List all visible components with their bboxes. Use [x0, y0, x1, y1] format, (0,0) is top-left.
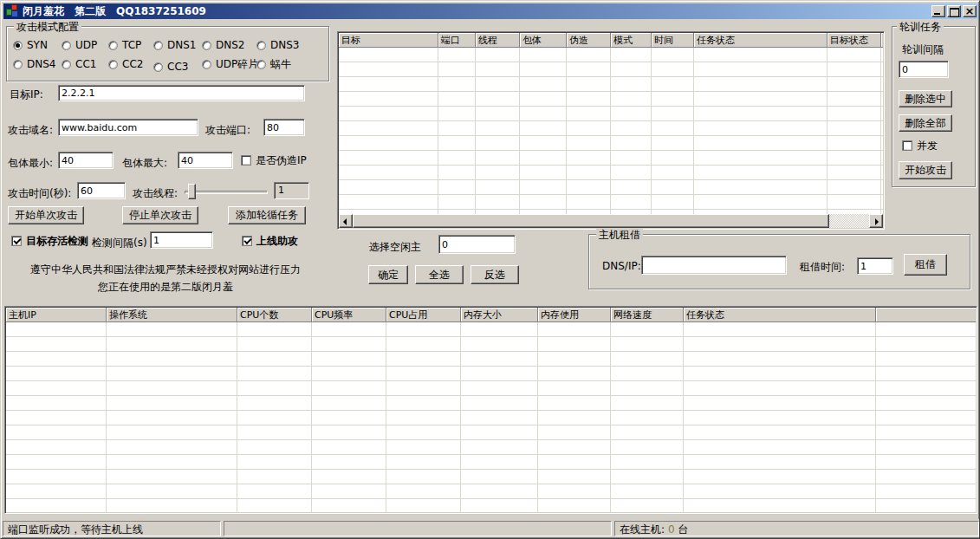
column-header-filler — [876, 308, 976, 322]
column-header-task-status[interactable]: 任务状态 — [694, 33, 827, 48]
delete-selected-button[interactable]: 删除选中 — [899, 90, 952, 107]
arrow-right-icon[interactable] — [869, 214, 883, 228]
start-attack-button[interactable]: 开始攻击 — [899, 161, 952, 179]
attack-domain-input[interactable] — [58, 119, 198, 136]
column-header-net-speed[interactable]: 网络速度 — [611, 308, 684, 322]
radio-mode-snail[interactable]: 蜗牛 — [256, 58, 291, 70]
radio-icon — [153, 62, 163, 72]
task-table-header: 目标 端口 线程 包体 伪造 模式 时间 任务状态 目标状态 — [339, 33, 883, 48]
stop-single-attack-button[interactable]: 停止单次攻击 — [122, 206, 198, 224]
radio-mode-cc3[interactable]: CC3 — [153, 61, 188, 73]
attack-port-input[interactable] — [263, 119, 305, 136]
target-ip-input[interactable] — [58, 85, 305, 101]
close-icon[interactable] — [963, 5, 977, 17]
radio-mode-udp-fragment[interactable]: UDP碎片 — [202, 58, 258, 70]
radio-mode-dns1[interactable]: DNS1 — [153, 39, 196, 51]
concurrent-checkbox[interactable]: 并发 — [902, 140, 938, 152]
fake-ip-checkbox[interactable]: 是否伪造IP — [241, 154, 307, 166]
online-assist-checkbox[interactable]: 上线助攻 — [242, 235, 298, 247]
dns-ip-label: DNS/IP: — [602, 260, 641, 272]
radio-mode-cc1[interactable]: CC1 — [62, 58, 96, 70]
host-table-header: 主机IP 操作系统 CPU个数 CPU频率 CPU占用 内存大小 内存使用 网络… — [6, 308, 976, 322]
radio-mode-syn[interactable]: SYN — [13, 39, 48, 51]
select-idle-host-label: 选择空闲主 — [369, 240, 421, 255]
threads-slider-track[interactable] — [185, 191, 268, 194]
column-header-mem-usage[interactable]: 内存使用 — [538, 308, 611, 322]
online-hosts-unit: 台 — [678, 523, 688, 536]
radio-label: SYN — [27, 39, 48, 51]
column-header-task-status[interactable]: 任务状态 — [684, 308, 876, 322]
rent-button[interactable]: 租借 — [904, 254, 947, 276]
column-header-target-status[interactable]: 目标状态 — [827, 33, 881, 48]
column-header-host-ip[interactable]: 主机IP — [6, 308, 107, 322]
host-table-body[interactable] — [6, 322, 976, 512]
task-table-body[interactable] — [339, 48, 883, 214]
select-idle-host-input[interactable] — [438, 235, 516, 254]
column-header-packet[interactable]: 包体 — [520, 33, 567, 48]
column-header-target[interactable]: 目标 — [339, 33, 438, 48]
loop-interval-label: 轮训间隔 — [902, 42, 944, 57]
title-bar: 闭月羞花 第二版 QQ1837251609 — [3, 3, 978, 19]
attack-time-input[interactable] — [77, 182, 126, 199]
column-header-mode[interactable]: 模式 — [611, 33, 652, 48]
invert-selection-button[interactable]: 反选 — [471, 265, 519, 284]
attack-mode-groupbox: 攻击模式配置 — [6, 26, 329, 81]
radio-mode-dns3[interactable]: DNS3 — [256, 39, 299, 51]
packet-min-input[interactable] — [58, 152, 114, 169]
checkbox-label: 是否伪造IP — [256, 153, 307, 168]
column-header-os[interactable]: 操作系统 — [107, 308, 237, 322]
online-hosts-count: 0 — [668, 523, 675, 536]
threads-value-box: 1 — [274, 182, 309, 199]
radio-label: DNS2 — [216, 39, 244, 51]
checkbox-label: 上线助攻 — [256, 234, 298, 249]
legal-warning-line1: 遵守中华人民共和国法律法规严禁未经授权对网站进行压力 — [1, 263, 330, 277]
radio-mode-cc2[interactable]: CC2 — [108, 58, 143, 70]
checkbox-label: 目标存活检测 — [26, 234, 88, 249]
scrollbar-thumb[interactable] — [353, 214, 829, 228]
loop-interval-input[interactable] — [899, 61, 949, 78]
rental-time-label: 租借时间: — [800, 260, 845, 275]
status-online-hosts: 在线主机: 0 台 — [614, 521, 979, 536]
start-single-attack-button[interactable]: 开始单次攻击 — [8, 206, 84, 224]
online-hosts-label: 在线主机: — [620, 523, 665, 536]
column-header-cpu-usage[interactable]: CPU占用 — [386, 308, 461, 322]
checkbox-icon — [902, 140, 912, 151]
check-interval-label: 检测间隔(s) — [92, 236, 147, 250]
radio-mode-udp[interactable]: UDP — [62, 39, 97, 51]
checkbox-icon — [11, 236, 22, 246]
minimize-icon[interactable] — [931, 5, 945, 17]
radio-label: UDP — [75, 39, 97, 51]
column-header-cpu-count[interactable]: CPU个数 — [237, 308, 312, 322]
arrow-left-icon[interactable] — [339, 214, 353, 228]
add-loop-task-button[interactable]: 添加轮循任务 — [228, 206, 306, 224]
radio-icon — [13, 41, 23, 50]
maximize-icon[interactable] — [947, 5, 961, 17]
radio-mode-tcp[interactable]: TCP — [108, 39, 141, 51]
column-header-fake[interactable]: 伪造 — [567, 33, 611, 48]
check-interval-input[interactable] — [150, 231, 213, 249]
scrollbar-track[interactable] — [829, 214, 869, 228]
packet-max-input[interactable] — [178, 152, 233, 169]
radio-mode-dns2[interactable]: DNS2 — [202, 39, 244, 51]
status-middle-panel — [224, 521, 612, 536]
column-header-threads[interactable]: 线程 — [476, 33, 520, 48]
radio-mode-dns4[interactable]: DNS4 — [13, 58, 55, 70]
dns-ip-input[interactable] — [641, 256, 787, 275]
column-header-mem-size[interactable]: 内存大小 — [461, 308, 538, 322]
delete-all-button[interactable]: 删除全部 — [899, 114, 952, 132]
select-all-button[interactable]: 全选 — [415, 265, 464, 284]
checkbox-label: 并发 — [917, 139, 938, 153]
column-header-time[interactable]: 时间 — [652, 33, 694, 48]
rental-time-input[interactable] — [857, 257, 893, 275]
column-header-port[interactable]: 端口 — [438, 33, 476, 48]
column-header-filler — [881, 33, 883, 48]
radio-icon — [62, 41, 71, 50]
attack-mode-group-title: 攻击模式配置 — [14, 20, 81, 35]
confirm-button[interactable]: 确定 — [368, 265, 408, 284]
column-header-cpu-freq[interactable]: CPU频率 — [312, 308, 386, 322]
radio-label: DNS4 — [27, 58, 55, 70]
task-table-hscrollbar[interactable] — [339, 214, 883, 228]
target-alive-checkbox[interactable]: 目标存活检测 — [11, 235, 88, 247]
radio-label: 蜗牛 — [270, 57, 291, 72]
threads-slider-thumb[interactable] — [188, 184, 196, 199]
